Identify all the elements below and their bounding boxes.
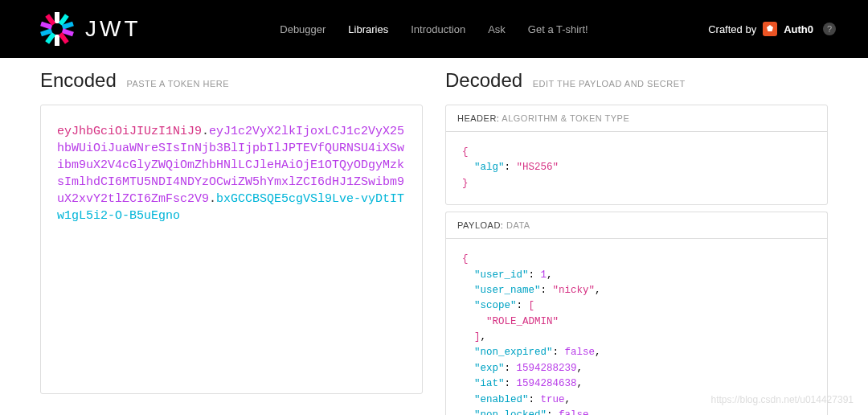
token-header-part: eyJhbGciOiJIUzI1NiJ9 — [57, 125, 202, 138]
help-icon[interactable]: ? — [823, 23, 836, 35]
payload-sub-text: DATA — [506, 220, 530, 230]
svg-rect-1 — [55, 35, 59, 46]
nav-ask[interactable]: Ask — [488, 23, 506, 35]
header-section-label: HEADER: ALGORITHM & TOKEN TYPE — [446, 105, 827, 132]
decoded-title: Decoded EDIT THE PAYLOAD AND SECRET — [445, 69, 828, 92]
crafted-by: Crafted by Auth0 ? — [708, 22, 836, 36]
encoded-column: Encoded PASTE A TOKEN HERE eyJhbGciOiJIU… — [40, 69, 423, 415]
crafted-by-label: Crafted by — [708, 23, 756, 35]
payload-section-label: PAYLOAD: DATA — [446, 212, 827, 239]
jwt-logo-icon — [40, 12, 74, 46]
decoded-title-text: Decoded — [445, 69, 522, 91]
header-json-editor[interactable]: { "alg": "HS256" } — [446, 132, 827, 204]
decoded-column: Decoded EDIT THE PAYLOAD AND SECRET HEAD… — [445, 69, 828, 415]
watermark: https://blog.csdn.net/u014427391 — [711, 394, 854, 405]
decoded-header-section: HEADER: ALGORITHM & TOKEN TYPE { "alg": … — [445, 105, 828, 205]
top-nav: JWT Debugger Libraries Introduction Ask … — [0, 0, 868, 58]
main-nav: Debugger Libraries Introduction Ask Get … — [280, 23, 588, 35]
encoded-hint: PASTE A TOKEN HERE — [126, 79, 229, 88]
nav-tshirt[interactable]: Get a T-shirt! — [528, 23, 588, 35]
main-content: Encoded PASTE A TOKEN HERE eyJhbGciOiJIU… — [0, 58, 868, 415]
header-label-text: HEADER: — [457, 113, 499, 123]
auth0-text[interactable]: Auth0 — [784, 23, 813, 35]
nav-libraries[interactable]: Libraries — [348, 23, 388, 35]
nav-introduction[interactable]: Introduction — [411, 23, 465, 35]
encoded-token-input[interactable]: eyJhbGciOiJIUzI1NiJ9.eyJ1c2VyX2lkIjoxLCJ… — [40, 105, 423, 394]
header-sub-text: ALGORITHM & TOKEN TYPE — [502, 113, 629, 123]
auth0-logo-icon[interactable] — [763, 22, 777, 36]
brand-text: JWT — [85, 16, 141, 42]
nav-debugger[interactable]: Debugger — [280, 23, 326, 35]
payload-json-editor[interactable]: { "user_id": 1, "user_name": "nicky", "s… — [446, 239, 827, 415]
payload-label-text: PAYLOAD: — [457, 220, 503, 230]
encoded-title-text: Encoded — [40, 69, 117, 91]
brand: JWT — [40, 12, 141, 46]
decoded-hint: EDIT THE PAYLOAD AND SECRET — [533, 79, 686, 88]
decoded-payload-section: PAYLOAD: DATA { "user_id": 1, "user_name… — [445, 212, 828, 415]
encoded-title: Encoded PASTE A TOKEN HERE — [40, 69, 423, 92]
svg-rect-0 — [55, 12, 59, 23]
